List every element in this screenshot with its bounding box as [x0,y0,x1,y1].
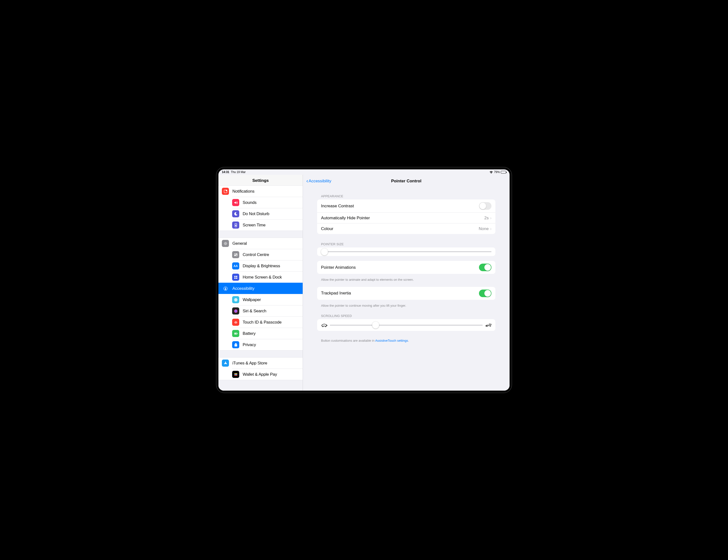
scrolling-speed-slider-card [317,319,495,331]
status-date: Thu 19 Mar [231,170,246,174]
sidebar-item-wallpaper[interactable]: Wallpaper [232,294,303,305]
trackpad-inertia-label: Trackpad Inertia [321,291,479,296]
sidebar-item-label: Wallet & Apple Pay [243,372,277,377]
appearance-card: Increase Contrast Automatically Hide Poi… [317,200,495,234]
trackpad-inertia-card: Trackpad Inertia [317,287,495,300]
svg-rect-22 [235,333,236,334]
row-auto-hide[interactable]: Automatically Hide Pointer 2s › [317,213,495,223]
homescreen-icon [232,274,239,281]
pointer-animations-card: Pointer Animations [317,261,495,274]
ipad-frame: 14:31 Thu 19 Mar 79% Settings Notificati… [213,164,515,396]
wallpaper-icon [232,296,239,303]
sidebar-item-touch-id-passcode[interactable]: Touch ID & Passcode [232,316,303,328]
sidebar-item-accessibility[interactable]: Accessibility [218,283,303,294]
sidebar-item-label: Sounds [243,200,256,205]
row-increase-contrast[interactable]: Increase Contrast [317,200,495,213]
footer-note: Button customisations are available in A… [317,336,495,345]
slider-thumb[interactable] [372,321,379,328]
auto-hide-value: 2s [484,216,489,221]
sidebar-item-privacy[interactable]: Privacy [232,339,303,350]
footer-suffix: . [408,339,409,342]
back-button[interactable]: ‹ Accessibility [306,178,331,184]
accessibility-icon [222,285,229,292]
sidebar-list[interactable]: NotificationsSoundsDo Not DisturbScreen … [218,186,303,391]
pointer-animations-footer: Allow the pointer to animate and adapt t… [317,276,495,287]
controlcentre-icon [232,251,239,258]
slider-thumb[interactable] [321,249,328,255]
svg-point-8 [236,254,237,255]
increase-contrast-toggle[interactable] [479,202,491,210]
sidebar-item-do-not-disturb[interactable]: Do Not Disturb [232,208,303,219]
svg-rect-25 [234,374,237,375]
trackpad-inertia-toggle[interactable] [479,289,491,297]
sidebar-item-siri-search[interactable]: Siri & Search [232,305,303,316]
sidebar-item-itunes-app-store[interactable]: iTunes & App Store [218,357,303,368]
sidebar-item-sounds[interactable]: Sounds [232,197,303,208]
notifications-icon [222,188,229,195]
page-title: Pointer Control [391,179,421,184]
chevron-right-icon: › [490,227,491,231]
svg-rect-11 [234,278,236,279]
svg-rect-9 [234,276,236,277]
battery-icon [501,171,506,174]
screentime-icon [232,222,239,229]
row-colour[interactable]: Colour None › [317,223,495,234]
sidebar-item-label: Control Centre [243,252,269,257]
svg-rect-24 [234,373,237,374]
appstore-icon [222,359,229,367]
footer-text: Button customisations are available in [321,339,375,342]
auto-hide-label: Automatically Hide Pointer [321,216,484,221]
sidebar-item-label: Privacy [243,342,256,347]
svg-rect-26 [234,375,237,376]
sidebar-item-label: General [232,241,247,246]
sidebar-item-general[interactable]: General [218,238,303,249]
tortoise-icon [321,323,327,327]
hare-icon [485,323,491,327]
wallet-icon [232,371,239,378]
row-trackpad-inertia[interactable]: Trackpad Inertia [317,287,495,300]
siri-icon [232,307,239,314]
sidebar-item-label: Siri & Search [243,308,266,313]
svg-point-19 [234,309,238,313]
sidebar-item-label: Touch ID & Passcode [243,320,282,325]
content-pane[interactable]: ‹ Accessibility Pointer Control APPEARAN… [303,175,510,391]
display-icon: AA [232,263,239,270]
chevron-right-icon: › [490,216,491,220]
svg-point-15 [235,299,236,300]
svg-rect-12 [236,278,237,279]
sidebar-item-label: Notifications [232,189,254,194]
general-icon [222,240,229,247]
touchid-icon [232,319,239,326]
pointer-size-slider[interactable] [321,252,491,252]
content-header: ‹ Accessibility Pointer Control [303,175,510,186]
section-header-scrolling-speed: SCROLLING SPEED [317,312,495,319]
sidebar-item-label: Home Screen & Dock [243,275,282,280]
sidebar-item-notifications[interactable]: Notifications [218,186,303,197]
sidebar-item-battery[interactable]: Battery [232,328,303,339]
scrolling-speed-slider[interactable] [330,325,483,325]
sidebar-item-control-centre[interactable]: Control Centre [232,249,303,260]
sidebar-item-screen-time[interactable]: Screen Time [232,219,303,231]
sidebar-item-label: Screen Time [243,223,265,228]
sidebar-item-label: iTunes & App Store [232,361,267,366]
colour-value: None [479,227,489,231]
svg-rect-10 [236,276,237,277]
pointer-size-slider-card [317,248,495,256]
dnd-icon [232,210,239,217]
colour-label: Colour [321,227,479,231]
pointer-animations-toggle[interactable] [479,264,491,271]
sidebar-item-label: Do Not Disturb [243,212,269,216]
sidebar-item-wallet-apple-pay[interactable]: Wallet & Apple Pay [232,368,303,380]
back-label: Accessibility [309,179,331,184]
row-pointer-animations[interactable]: Pointer Animations [317,261,495,274]
sidebar: Settings NotificationsSoundsDo Not Distu… [218,175,303,391]
assistivetouch-link[interactable]: AssistiveTouch settings [375,339,408,342]
sidebar-item-home-screen-dock[interactable]: Home Screen & Dock [232,272,303,283]
svg-point-1 [226,190,227,191]
status-time: 14:31 [222,170,229,174]
sidebar-item-label: Battery [243,331,255,336]
screen: 14:31 Thu 19 Mar 79% Settings Notificati… [218,169,510,391]
sidebar-item-label: Accessibility [232,286,254,291]
sidebar-item-display-brightness[interactable]: AADisplay & Brightness [232,260,303,272]
svg-point-4 [225,243,226,244]
